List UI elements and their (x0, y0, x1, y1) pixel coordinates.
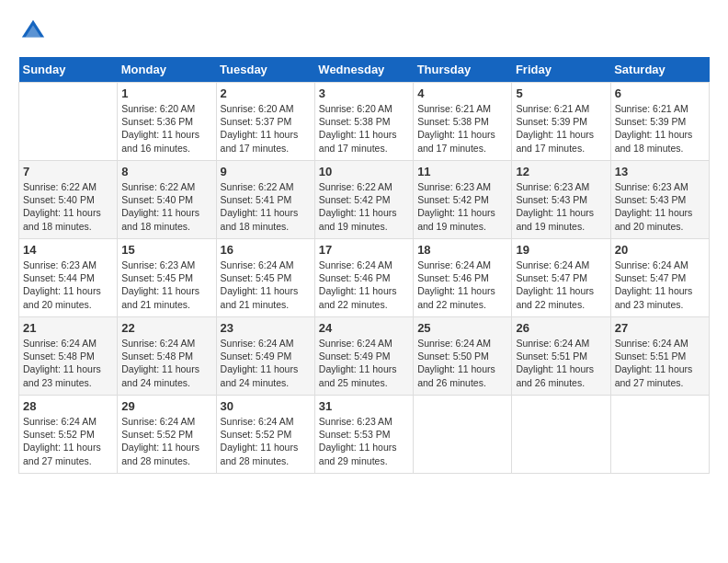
day-info: Sunrise: 6:24 AM Sunset: 5:45 PM Dayligh… (221, 259, 311, 311)
day-cell: 29Sunrise: 6:24 AM Sunset: 5:52 PM Dayli… (118, 396, 216, 474)
day-info: Sunrise: 6:24 AM Sunset: 5:46 PM Dayligh… (417, 259, 507, 311)
day-cell: 21Sunrise: 6:24 AM Sunset: 5:48 PM Dayli… (19, 317, 118, 396)
day-number: 31 (319, 399, 409, 413)
day-cell: 18Sunrise: 6:24 AM Sunset: 5:46 PM Dayli… (414, 239, 512, 317)
day-info: Sunrise: 6:21 AM Sunset: 5:39 PM Dayligh… (615, 102, 705, 155)
day-number: 11 (417, 165, 507, 178)
day-info: Sunrise: 6:24 AM Sunset: 5:49 PM Dayligh… (221, 337, 311, 389)
day-info: Sunrise: 6:23 AM Sunset: 5:43 PM Dayligh… (615, 180, 705, 233)
day-cell: 3Sunrise: 6:20 AM Sunset: 5:38 PM Daylig… (314, 83, 413, 161)
day-info: Sunrise: 6:24 AM Sunset: 5:48 PM Dayligh… (23, 337, 113, 389)
day-number: 6 (615, 86, 705, 100)
day-info: Sunrise: 6:24 AM Sunset: 5:47 PM Dayligh… (516, 259, 606, 311)
day-number: 9 (221, 165, 311, 178)
day-info: Sunrise: 6:24 AM Sunset: 5:48 PM Dayligh… (121, 337, 211, 389)
day-number: 7 (23, 165, 113, 178)
day-info: Sunrise: 6:22 AM Sunset: 5:41 PM Dayligh… (221, 180, 311, 233)
day-cell: 12Sunrise: 6:23 AM Sunset: 5:43 PM Dayli… (512, 161, 610, 239)
day-number: 4 (417, 86, 507, 100)
day-info: Sunrise: 6:24 AM Sunset: 5:46 PM Dayligh… (319, 259, 409, 311)
day-info: Sunrise: 6:23 AM Sunset: 5:42 PM Dayligh… (417, 180, 507, 233)
day-cell (512, 396, 610, 474)
day-info: Sunrise: 6:24 AM Sunset: 5:50 PM Dayligh… (417, 337, 507, 389)
day-cell: 1Sunrise: 6:20 AM Sunset: 5:36 PM Daylig… (118, 83, 216, 161)
day-number: 12 (516, 165, 606, 178)
day-cell: 19Sunrise: 6:24 AM Sunset: 5:47 PM Dayli… (512, 239, 610, 317)
logo-icon (20, 18, 46, 44)
day-number: 10 (319, 165, 409, 178)
day-cell: 20Sunrise: 6:24 AM Sunset: 5:47 PM Dayli… (610, 239, 709, 317)
day-cell: 16Sunrise: 6:24 AM Sunset: 5:45 PM Dayli… (216, 239, 314, 317)
day-number: 17 (319, 243, 409, 257)
day-cell: 30Sunrise: 6:24 AM Sunset: 5:52 PM Dayli… (216, 396, 314, 474)
week-row-1: 1Sunrise: 6:20 AM Sunset: 5:36 PM Daylig… (19, 83, 710, 161)
day-info: Sunrise: 6:23 AM Sunset: 5:53 PM Dayligh… (319, 415, 409, 467)
day-cell: 6Sunrise: 6:21 AM Sunset: 5:39 PM Daylig… (610, 83, 709, 161)
day-cell: 11Sunrise: 6:23 AM Sunset: 5:42 PM Dayli… (414, 161, 512, 239)
day-number: 29 (121, 399, 211, 413)
day-cell: 17Sunrise: 6:24 AM Sunset: 5:46 PM Dayli… (314, 239, 413, 317)
day-info: Sunrise: 6:21 AM Sunset: 5:39 PM Dayligh… (516, 102, 606, 155)
day-info: Sunrise: 6:24 AM Sunset: 5:51 PM Dayligh… (516, 337, 606, 389)
col-header-saturday: Saturday (610, 57, 709, 83)
day-number: 25 (417, 321, 507, 335)
day-number: 26 (516, 321, 606, 335)
day-info: Sunrise: 6:20 AM Sunset: 5:37 PM Dayligh… (221, 102, 311, 155)
day-cell: 13Sunrise: 6:23 AM Sunset: 5:43 PM Dayli… (610, 161, 709, 239)
day-info: Sunrise: 6:24 AM Sunset: 5:51 PM Dayligh… (615, 337, 705, 389)
day-cell: 22Sunrise: 6:24 AM Sunset: 5:48 PM Dayli… (118, 317, 216, 396)
day-info: Sunrise: 6:24 AM Sunset: 5:52 PM Dayligh… (23, 415, 113, 467)
week-row-3: 14Sunrise: 6:23 AM Sunset: 5:44 PM Dayli… (19, 239, 710, 317)
col-header-friday: Friday (512, 57, 610, 83)
day-cell: 27Sunrise: 6:24 AM Sunset: 5:51 PM Dayli… (610, 317, 709, 396)
day-cell: 5Sunrise: 6:21 AM Sunset: 5:39 PM Daylig… (512, 83, 610, 161)
day-info: Sunrise: 6:24 AM Sunset: 5:52 PM Dayligh… (121, 415, 211, 467)
day-number: 21 (23, 321, 113, 335)
day-cell (19, 83, 118, 161)
day-cell (610, 396, 709, 474)
day-info: Sunrise: 6:24 AM Sunset: 5:52 PM Dayligh… (221, 415, 311, 467)
calendar-table: SundayMondayTuesdayWednesdayThursdayFrid… (18, 57, 710, 474)
day-cell: 31Sunrise: 6:23 AM Sunset: 5:53 PM Dayli… (314, 396, 413, 474)
day-cell: 26Sunrise: 6:24 AM Sunset: 5:51 PM Dayli… (512, 317, 610, 396)
day-number: 2 (221, 86, 311, 100)
week-row-4: 21Sunrise: 6:24 AM Sunset: 5:48 PM Dayli… (19, 317, 710, 396)
day-info: Sunrise: 6:22 AM Sunset: 5:42 PM Dayligh… (319, 180, 409, 233)
logo (18, 18, 46, 48)
day-number: 14 (23, 243, 113, 257)
col-header-monday: Monday (118, 57, 216, 83)
day-number: 18 (417, 243, 507, 257)
day-number: 16 (221, 243, 311, 257)
day-number: 15 (121, 243, 211, 257)
col-header-wednesday: Wednesday (314, 57, 413, 83)
day-info: Sunrise: 6:23 AM Sunset: 5:44 PM Dayligh… (23, 259, 113, 311)
day-cell: 14Sunrise: 6:23 AM Sunset: 5:44 PM Dayli… (19, 239, 118, 317)
col-header-thursday: Thursday (414, 57, 512, 83)
day-info: Sunrise: 6:23 AM Sunset: 5:43 PM Dayligh… (516, 180, 606, 233)
day-info: Sunrise: 6:21 AM Sunset: 5:38 PM Dayligh… (417, 102, 507, 155)
day-cell: 24Sunrise: 6:24 AM Sunset: 5:49 PM Dayli… (314, 317, 413, 396)
day-number: 20 (615, 243, 705, 257)
day-cell: 28Sunrise: 6:24 AM Sunset: 5:52 PM Dayli… (19, 396, 118, 474)
day-number: 13 (615, 165, 705, 178)
day-cell: 2Sunrise: 6:20 AM Sunset: 5:37 PM Daylig… (216, 83, 314, 161)
day-number: 8 (121, 165, 211, 178)
day-info: Sunrise: 6:23 AM Sunset: 5:45 PM Dayligh… (121, 259, 211, 311)
day-cell: 23Sunrise: 6:24 AM Sunset: 5:49 PM Dayli… (216, 317, 314, 396)
day-info: Sunrise: 6:20 AM Sunset: 5:36 PM Dayligh… (121, 102, 211, 155)
day-number: 27 (615, 321, 705, 335)
week-row-2: 7Sunrise: 6:22 AM Sunset: 5:40 PM Daylig… (19, 161, 710, 239)
day-cell (414, 396, 512, 474)
day-info: Sunrise: 6:20 AM Sunset: 5:38 PM Dayligh… (319, 102, 409, 155)
day-number: 5 (516, 86, 606, 100)
col-header-tuesday: Tuesday (216, 57, 314, 83)
day-info: Sunrise: 6:24 AM Sunset: 5:49 PM Dayligh… (319, 337, 409, 389)
day-cell: 15Sunrise: 6:23 AM Sunset: 5:45 PM Dayli… (118, 239, 216, 317)
col-header-sunday: Sunday (19, 57, 118, 83)
day-cell: 7Sunrise: 6:22 AM Sunset: 5:40 PM Daylig… (19, 161, 118, 239)
day-number: 24 (319, 321, 409, 335)
day-cell: 10Sunrise: 6:22 AM Sunset: 5:42 PM Dayli… (314, 161, 413, 239)
day-cell: 25Sunrise: 6:24 AM Sunset: 5:50 PM Dayli… (414, 317, 512, 396)
day-info: Sunrise: 6:24 AM Sunset: 5:47 PM Dayligh… (615, 259, 705, 311)
day-number: 1 (121, 86, 211, 100)
